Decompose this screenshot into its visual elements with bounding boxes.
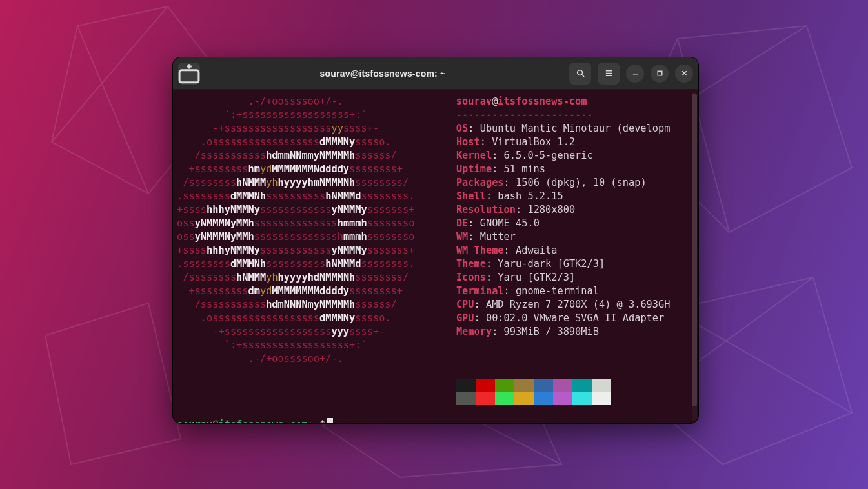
minimize-button[interactable]: [626, 65, 644, 83]
maximize-icon: [655, 68, 665, 78]
close-icon: [680, 68, 689, 78]
neofetch-output: .-/+oossssoo+/-. sourav@itsfossnews-com …: [177, 95, 698, 405]
svg-line-6: [52, 6, 168, 142]
menu-button[interactable]: [598, 63, 620, 85]
prompt-path: ~: [314, 419, 319, 423]
new-tab-icon: [178, 63, 200, 85]
titlebar: sourav@itsfossnews-com: ~: [173, 57, 698, 90]
close-button[interactable]: [675, 65, 693, 83]
window-title: sourav@itsfossnews-com: ~: [205, 68, 560, 79]
svg-point-16: [577, 70, 582, 75]
new-tab-button[interactable]: [178, 63, 200, 85]
terminal-window: sourav@itsfossnews-com: ~ .-/+oossssoo+/…: [172, 57, 699, 424]
prompt-user-host: sourav@itsfossnews-com: [177, 419, 308, 423]
svg-rect-13: [179, 70, 199, 82]
hamburger-menu-icon: [604, 68, 614, 78]
minimize-icon: [631, 68, 640, 78]
svg-line-17: [581, 75, 584, 77]
terminal-cursor: [327, 418, 333, 423]
prompt-colon: :: [308, 419, 314, 423]
scrollbar-thumb[interactable]: [692, 94, 697, 406]
prompt-dollar: $: [319, 419, 325, 423]
terminal-viewport[interactable]: .-/+oossssoo+/-. sourav@itsfossnews-com …: [173, 90, 698, 423]
search-icon: [576, 68, 585, 78]
terminal-scrollbar[interactable]: [692, 92, 697, 421]
maximize-button[interactable]: [651, 65, 669, 83]
shell-prompt: sourav@itsfossnews-com:~$: [177, 418, 698, 423]
search-button[interactable]: [569, 63, 591, 85]
svg-rect-22: [658, 71, 662, 75]
svg-marker-3: [45, 303, 181, 464]
svg-line-5: [77, 26, 148, 194]
